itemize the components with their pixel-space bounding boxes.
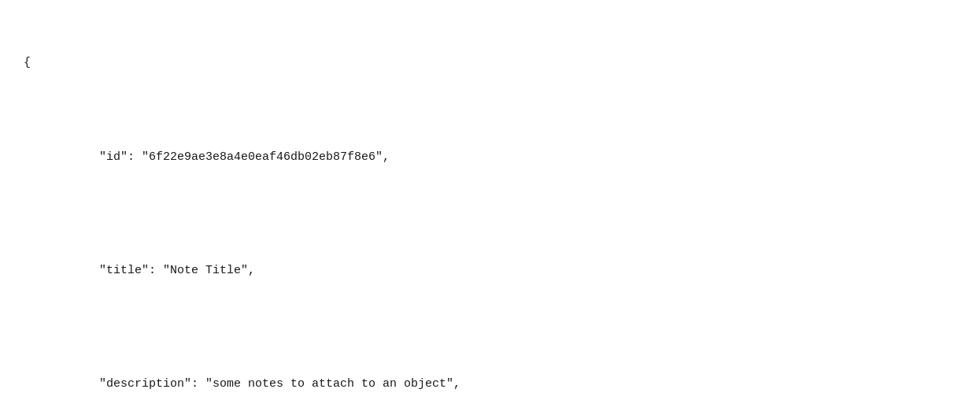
sep-description: : [191, 377, 205, 391]
key-id: "id" [99, 150, 128, 164]
sep-id: : [128, 150, 142, 164]
line-open-brace: { [24, 54, 956, 72]
key-description: "description" [99, 377, 191, 391]
line-title: "title": "Note Title", [24, 243, 956, 299]
value-title: "Note Title", [163, 264, 255, 277]
json-code-block: { "id": "6f22e9ae3e8a4e0eaf46db02eb87f8e… [24, 16, 956, 404]
value-id: "6f22e9ae3e8a4e0eaf46db02eb87f8e6", [142, 150, 390, 164]
line-id: "id": "6f22e9ae3e8a4e0eaf46db02eb87f8e6"… [24, 129, 956, 186]
key-title: "title" [99, 264, 149, 277]
sep-title: : [149, 264, 163, 277]
value-description: "some notes to attach to an object", [205, 377, 460, 391]
line-description: "description": "some notes to attach to … [24, 356, 956, 404]
